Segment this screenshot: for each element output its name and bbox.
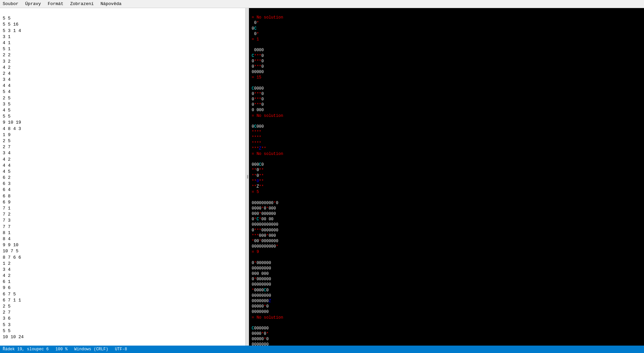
terminal-line: *00*0000000 bbox=[252, 239, 278, 244]
terminal-line: = 5 bbox=[252, 190, 259, 194]
terminal-line: = No solution bbox=[252, 15, 283, 20]
terminal-line: *0000C0 bbox=[252, 288, 269, 293]
terminal-line: 00000000 bbox=[252, 266, 271, 271]
menubar: Soubor Úpravy Formát Zobrazení Nápověda bbox=[0, 0, 644, 8]
terminal-line: 00000*0 bbox=[252, 337, 269, 342]
terminal-line: ***000*000 bbox=[252, 233, 276, 238]
terminal-line: 0C bbox=[252, 26, 256, 31]
statusbar: Řádek 19, sloupec 6 100 % Windows (CRLF)… bbox=[0, 346, 644, 353]
main-content: 5 5 5 5 16 5 3 1 4 3 1 4 1 5 1 2 2 3 2 4… bbox=[0, 8, 644, 346]
terminal-line: C000000 bbox=[252, 326, 269, 331]
status-line-ending: Windows (CRLF) bbox=[74, 347, 108, 352]
terminal-line: 0000*0* bbox=[252, 331, 269, 336]
menu-upravy[interactable]: Úpravy bbox=[24, 0, 42, 8]
terminal-line: **0** bbox=[252, 173, 264, 178]
terminal-line: C0000 bbox=[252, 86, 264, 91]
status-zoom: 100 % bbox=[56, 347, 68, 352]
terminal-line: 0000000 bbox=[252, 310, 269, 314]
terminal-line: 0***0 bbox=[252, 102, 264, 107]
terminal-line: 0*000000 bbox=[252, 261, 271, 265]
status-row-col: Řádek 19, sloupec 6 bbox=[3, 347, 49, 352]
terminal-output[interactable]: = No solution 0* 0C 0* = 1 0000 C***0 0*… bbox=[249, 8, 644, 346]
status-encoding: UTF-8 bbox=[115, 347, 127, 352]
menu-format[interactable]: Formát bbox=[46, 0, 65, 8]
terminal-line: 0*C*00 00 bbox=[252, 217, 274, 222]
terminal-line: 0* bbox=[252, 21, 259, 25]
terminal-line: = No solution bbox=[252, 114, 283, 118]
terminal-line: 0000*0*000 bbox=[252, 206, 276, 211]
terminal-line: 0000000 bbox=[252, 342, 269, 346]
terminal-line: = No solution bbox=[252, 152, 283, 156]
terminal-line: ***Z** bbox=[252, 146, 266, 151]
terminal-line: **0** bbox=[252, 168, 264, 172]
terminal-line: 0*000000 bbox=[252, 277, 271, 282]
terminal-line: 0***0 bbox=[252, 64, 264, 69]
terminal-line: 000000000*0 bbox=[252, 201, 278, 205]
terminal-line: 0000000000* bbox=[252, 244, 278, 249]
menu-napoveda[interactable]: Nápověda bbox=[99, 0, 123, 8]
terminal-line: 0***0000000 bbox=[252, 228, 278, 233]
terminal-line: **** bbox=[252, 141, 261, 146]
terminal-line: = 9 bbox=[252, 250, 259, 254]
terminal-line: 0***0 bbox=[252, 92, 264, 96]
terminal-line: 00000 bbox=[252, 70, 264, 74]
terminal-line: 00000*0 bbox=[252, 304, 269, 309]
terminal-line: C***0 bbox=[252, 54, 264, 58]
terminal-line: 0***0 bbox=[252, 97, 264, 102]
terminal-line: **Z** bbox=[252, 184, 264, 189]
menu-zobrazeni[interactable]: Zobrazení bbox=[69, 0, 95, 8]
splitter[interactable] bbox=[246, 8, 249, 346]
terminal-line: **** bbox=[252, 130, 261, 134]
menu-soubor[interactable]: Soubor bbox=[1, 0, 20, 8]
terminal-line: **** bbox=[252, 135, 261, 140]
text-editor[interactable]: 5 5 5 5 16 5 3 1 4 3 1 4 1 5 1 2 2 3 2 4… bbox=[0, 8, 246, 346]
editor-content: 5 5 5 5 16 5 3 1 4 3 1 4 1 5 1 2 2 3 2 4… bbox=[3, 16, 24, 340]
terminal-line: 000C0 bbox=[252, 162, 264, 167]
terminal-line: 00000000000 bbox=[252, 222, 278, 227]
terminal-line: 000*000000 bbox=[252, 212, 276, 216]
terminal-line: 000 000 bbox=[252, 271, 269, 276]
terminal-line: **0** bbox=[252, 179, 264, 184]
terminal-line: 0C000 bbox=[252, 124, 264, 129]
terminal-line: 0***0 bbox=[252, 59, 264, 64]
terminal-line: 0000 bbox=[252, 48, 264, 53]
terminal-line: 00000000 bbox=[252, 293, 271, 298]
terminal-line: = 1 bbox=[252, 37, 259, 42]
terminal-line: 00000000 bbox=[252, 282, 271, 287]
terminal-line: 0000000Z bbox=[252, 299, 271, 303]
terminal-line: 0* bbox=[252, 32, 259, 36]
terminal-line: 0 000 bbox=[252, 108, 264, 113]
terminal-line: = 15 bbox=[252, 75, 261, 80]
terminal-line: = No solution bbox=[252, 315, 283, 320]
